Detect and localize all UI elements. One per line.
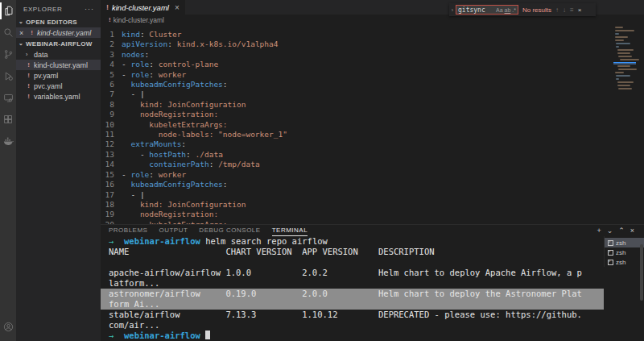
minimap-line bbox=[616, 75, 630, 77]
match-case-icon[interactable]: Aa bbox=[496, 7, 503, 13]
activity-extensions-icon[interactable] bbox=[0, 109, 16, 131]
token-key: nodes bbox=[122, 50, 145, 59]
code-line: 15- role: worker bbox=[101, 170, 644, 180]
line-content: - role: worker bbox=[122, 70, 186, 80]
activity-run-debug-icon[interactable] bbox=[0, 65, 16, 87]
minimap-line bbox=[620, 59, 639, 60]
minimap-line bbox=[617, 81, 634, 83]
line-content: nodeRegistration: bbox=[122, 210, 218, 219]
terminal-dropdown-icon[interactable]: ⌄ bbox=[607, 227, 613, 235]
section-header-open-editors[interactable]: ⌄OPEN EDITORS bbox=[16, 16, 101, 27]
panel-scrollbar[interactable] bbox=[640, 244, 643, 301]
terminal-session-zsh[interactable]: zsh bbox=[605, 257, 644, 267]
code-line: 14containerPath: /tmp/data bbox=[101, 160, 644, 169]
more-actions-icon[interactable]: ··· bbox=[85, 5, 94, 13]
line-number: 13 bbox=[101, 150, 122, 160]
minimap[interactable] bbox=[613, 25, 636, 106]
minimap-line bbox=[616, 78, 619, 80]
token-key: kind bbox=[122, 30, 140, 39]
activity-docker-icon[interactable] bbox=[0, 131, 16, 152]
line-content: nodes: bbox=[122, 50, 149, 60]
file-label: pvc.yaml bbox=[34, 82, 63, 90]
code-editor[interactable]: 1kind: Cluster2apiVersion: kind.x-k8s.io… bbox=[101, 25, 644, 224]
code-line: 19nodeRegistration: bbox=[101, 210, 644, 219]
panel-tab-output[interactable]: OUTPUT bbox=[159, 225, 188, 236]
token-punc: - bbox=[122, 70, 130, 79]
file-label: kind-cluster.yaml bbox=[34, 61, 88, 69]
minimap-line bbox=[618, 56, 632, 57]
line-content: kind: JoinConfiguration bbox=[122, 200, 246, 210]
maximize-panel-icon[interactable]: ⌃ bbox=[618, 227, 625, 235]
activity-remote-explorer-icon[interactable] bbox=[0, 87, 16, 109]
terminal-session-zsh[interactable]: zsh bbox=[605, 247, 644, 257]
code-line: 4- role: control-plane bbox=[101, 60, 644, 69]
find-in-selection-icon[interactable]: ≡ bbox=[570, 6, 574, 14]
find-query: gitsync bbox=[458, 6, 494, 14]
token-str: kubeletExtraArgs: bbox=[149, 220, 227, 224]
line-number: 19 bbox=[101, 210, 122, 219]
yaml-file-icon: ! bbox=[26, 93, 31, 100]
terminal-output[interactable]: → webinar-airflow helm search repo airfl… bbox=[101, 236, 604, 341]
token-str: node-labels: "node=worker_1" bbox=[159, 130, 287, 139]
code-line: 7- | bbox=[101, 89, 644, 99]
code-line: 20kubeletExtraArgs: bbox=[101, 220, 644, 224]
activity-search-icon[interactable] bbox=[0, 22, 16, 44]
close-editor-icon[interactable]: × bbox=[19, 29, 27, 37]
line-content: - hostPath: ./data bbox=[122, 150, 223, 160]
tree-item-file-pvc-yaml[interactable]: !pvc.yaml bbox=[16, 81, 101, 91]
file-label: pv.yaml bbox=[34, 72, 58, 80]
find-input[interactable]: gitsync Aa ab .* bbox=[456, 5, 518, 15]
toggle-replace-icon[interactable]: › bbox=[449, 7, 456, 13]
tab-kind-cluster-yaml[interactable]: ! kind-cluster.yaml × bbox=[101, 0, 185, 15]
whole-word-icon[interactable]: ab bbox=[505, 7, 511, 13]
panel-tab-terminal[interactable]: TERMINAL bbox=[272, 225, 308, 236]
terminal-prompt-line: → webinar-airflow bbox=[109, 331, 604, 341]
line-number: 1 bbox=[101, 30, 122, 40]
token-punc: : bbox=[149, 70, 158, 79]
tree-item-file-kind-cluster-yaml[interactable]: ×!kind-cluster.yaml bbox=[16, 27, 101, 38]
new-terminal-icon[interactable]: + bbox=[597, 227, 601, 235]
activity-accounts-icon[interactable] bbox=[0, 316, 16, 338]
code-line: 2apiVersion: kind.x-k8s.io/v1alpha4 bbox=[101, 40, 644, 49]
line-number: 20 bbox=[101, 220, 122, 224]
sidebar-sections: ⌄OPEN EDITORS×!kind-cluster.yaml⌄WEBINAR… bbox=[16, 16, 101, 102]
terminal-col: 7.13.3 bbox=[225, 310, 302, 320]
section-header-webinar-airflow[interactable]: ⌄WEBINAR-AIRFLOW bbox=[16, 38, 101, 49]
tree-item-file-variables-yaml[interactable]: !variables.yaml bbox=[16, 91, 101, 102]
tree-item-file-kind-cluster-yaml[interactable]: !kind-cluster.yaml bbox=[16, 60, 101, 70]
yaml-file-icon: ! bbox=[109, 16, 111, 23]
line-number: 9 bbox=[101, 110, 122, 119]
tree-item-file-pv-yaml[interactable]: !pv.yaml bbox=[16, 70, 101, 81]
code-lines: 1kind: Cluster2apiVersion: kind.x-k8s.io… bbox=[101, 25, 644, 224]
minimap-line bbox=[615, 36, 628, 38]
close-panel-icon[interactable]: × bbox=[630, 227, 634, 235]
terminal-table-row-wrap: form Ai... bbox=[101, 299, 604, 310]
find-next-icon[interactable]: ↓ bbox=[563, 6, 566, 14]
token-str: Cluster bbox=[149, 30, 181, 39]
line-content: kubeadmConfigPatches: bbox=[122, 180, 228, 189]
token-str: ./data bbox=[196, 150, 223, 159]
tree-item-folder-data[interactable]: ›data bbox=[16, 49, 101, 60]
minimap-line bbox=[618, 69, 637, 70]
tab-close-icon[interactable]: × bbox=[175, 3, 180, 12]
file-label: kind-cluster.yaml bbox=[37, 29, 91, 37]
find-previous-icon[interactable]: ↑ bbox=[555, 6, 559, 14]
token-punc: : bbox=[149, 170, 158, 179]
panel-tab-debug-console[interactable]: DEBUG CONSOLE bbox=[199, 225, 260, 236]
terminal-col: 0.19.0 bbox=[225, 289, 302, 299]
activity-source-control-icon[interactable] bbox=[0, 44, 16, 65]
section-label: WEBINAR-AIRFLOW bbox=[26, 40, 93, 48]
find-close-icon[interactable]: × bbox=[578, 6, 582, 14]
terminal-col: apache-airflow/airflow bbox=[109, 268, 225, 278]
activity-explorer-icon[interactable] bbox=[0, 0, 16, 22]
panel-header: PROBLEMSOUTPUTDEBUG CONSOLETERMINAL +⌄⌃× bbox=[101, 225, 644, 236]
terminal-session-zsh[interactable]: zsh bbox=[605, 238, 644, 247]
explorer-sidebar: EXPLORER ··· ⌄OPEN EDITORS×!kind-cluster… bbox=[16, 0, 101, 341]
line-number: 8 bbox=[101, 100, 122, 110]
line-number: 7 bbox=[101, 89, 122, 99]
token-key: extraMounts bbox=[130, 139, 181, 148]
panel-tab-problems[interactable]: PROBLEMS bbox=[109, 225, 147, 236]
overview-ruler[interactable] bbox=[636, 25, 644, 224]
code-line: 6kubeadmConfigPatches: bbox=[101, 80, 644, 89]
regex-icon[interactable]: .* bbox=[512, 7, 516, 13]
